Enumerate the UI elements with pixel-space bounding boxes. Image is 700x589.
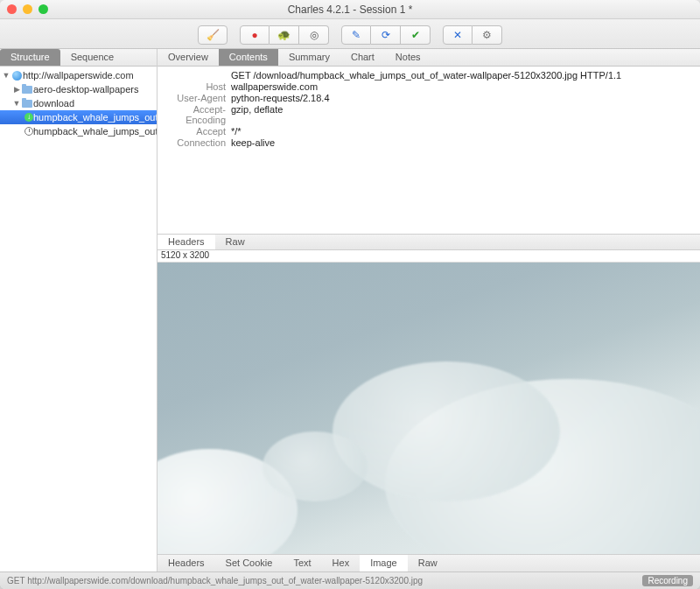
titlebar: Charles 4.2.1 - Session 1 * xyxy=(0,0,700,19)
tree-folder-download[interactable]: ▼ download xyxy=(0,96,157,110)
turtle-icon: 🐢 xyxy=(277,29,290,41)
tab-structure[interactable]: Structure xyxy=(0,49,60,66)
resptab-image[interactable]: Image xyxy=(360,555,408,571)
folder-icon xyxy=(22,100,32,108)
tree-item-selected[interactable]: ↓ humpback_whale_jumps_out_of_ xyxy=(0,110,157,124)
check-icon: ✔ xyxy=(411,29,420,41)
tab-chart[interactable]: Chart xyxy=(340,49,385,66)
record-button[interactable]: ● xyxy=(240,25,270,45)
chevron-down-icon[interactable]: ▼ xyxy=(12,99,21,108)
resptab-text[interactable]: Text xyxy=(283,555,321,571)
cloud-shape xyxy=(262,431,368,501)
cloud-shape xyxy=(332,361,560,501)
response-subtabs: Headers Set Cookie Text Hex Image Raw xyxy=(158,554,700,571)
tab-summary[interactable]: Summary xyxy=(278,49,340,66)
header-val: */* xyxy=(231,126,242,137)
tree-host-label: http://wallpaperswide.com xyxy=(23,70,134,81)
resptab-headers[interactable]: Headers xyxy=(158,555,215,571)
close-icon[interactable] xyxy=(7,4,17,14)
header-val: python-requests/2.18.4 xyxy=(231,93,330,103)
resptab-hex[interactable]: Hex xyxy=(322,555,360,571)
compose-button[interactable]: ✎ xyxy=(341,25,371,45)
structure-tree[interactable]: ▼ http://wallpaperswide.com ▶ aero-deskt… xyxy=(0,67,157,571)
tree-folder-label: download xyxy=(33,98,74,109)
header-key: User-Agent xyxy=(163,93,231,103)
broom-icon: 🧹 xyxy=(206,29,220,41)
header-val: keep-alive xyxy=(231,137,275,148)
globe-icon xyxy=(12,71,22,81)
tree-item-pending[interactable]: humpback_whale_jumps_out_of_wat xyxy=(0,124,157,138)
request-headers[interactable]: GET /download/humpback_whale_jumps_out_o… xyxy=(158,67,700,234)
download-icon: ↓ xyxy=(24,113,33,122)
tree-folder-aero[interactable]: ▶ aero-desktop-wallpapers xyxy=(0,82,157,96)
tree-host[interactable]: ▼ http://wallpaperswide.com xyxy=(0,68,157,82)
tools-group: ✕ ⚙ xyxy=(443,25,502,45)
request-subtabs: Headers Raw xyxy=(158,234,700,249)
record-icon: ● xyxy=(251,29,257,41)
sidebar: Structure Sequence ▼ http://wallpaperswi… xyxy=(0,49,158,571)
app-window: Charles 4.2.1 - Session 1 * 🧹 ● 🐢 ◎ ✎ ⟳ … xyxy=(0,0,700,589)
repeat-button[interactable]: ⟳ xyxy=(371,25,401,45)
tab-notes[interactable]: Notes xyxy=(385,49,431,66)
clock-icon xyxy=(24,127,33,136)
resptab-raw[interactable]: Raw xyxy=(408,555,448,571)
window-controls xyxy=(7,4,48,14)
tab-overview[interactable]: Overview xyxy=(158,49,219,66)
record-group: ● 🐢 ◎ xyxy=(240,25,329,45)
image-dimensions: 5120 x 3200 xyxy=(158,250,700,263)
image-preview[interactable] xyxy=(158,263,700,554)
repeat-icon: ⟳ xyxy=(382,29,390,41)
tools-icon: ✕ xyxy=(453,29,462,41)
main-panel: Overview Contents Summary Chart Notes GE… xyxy=(158,49,700,571)
gear-icon: ⚙ xyxy=(482,29,492,41)
zoom-icon[interactable] xyxy=(38,4,48,14)
tools-button[interactable]: ✕ xyxy=(443,25,472,45)
header-key: Host xyxy=(163,81,231,92)
header-key: Accept-Encoding xyxy=(163,104,231,125)
recording-badge[interactable]: Recording xyxy=(642,575,693,586)
header-key: Accept xyxy=(163,126,231,137)
settings-button[interactable]: ⚙ xyxy=(472,25,502,45)
breakpoint-icon: ◎ xyxy=(310,29,318,41)
folder-icon xyxy=(22,86,32,94)
tab-sequence[interactable]: Sequence xyxy=(60,49,125,66)
minimize-icon[interactable] xyxy=(23,4,32,14)
chevron-right-icon[interactable]: ▶ xyxy=(12,85,21,94)
statusbar: GET http://wallpaperswide.com/download/h… xyxy=(0,571,700,589)
tree-item-label: humpback_whale_jumps_out_of_wat xyxy=(33,126,157,137)
validate-button[interactable]: ✔ xyxy=(401,25,430,45)
throttle-button[interactable]: 🐢 xyxy=(270,25,299,45)
pencil-icon: ✎ xyxy=(352,29,360,41)
body: Structure Sequence ▼ http://wallpaperswi… xyxy=(0,49,700,571)
edit-group: ✎ ⟳ ✔ xyxy=(341,25,430,45)
resptab-setcookie[interactable]: Set Cookie xyxy=(215,555,284,571)
subtab-raw[interactable]: Raw xyxy=(215,235,256,249)
tree-folder-label: aero-desktop-wallpapers xyxy=(33,84,138,95)
status-text: GET http://wallpaperswide.com/download/h… xyxy=(7,576,423,585)
breakpoints-button[interactable]: ◎ xyxy=(299,25,329,45)
header-val: gzip, deflate xyxy=(231,104,283,125)
clear-button[interactable]: 🧹 xyxy=(198,25,228,45)
request-pane: GET /download/humpback_whale_jumps_out_o… xyxy=(158,67,700,250)
request-line: GET /download/humpback_whale_jumps_out_o… xyxy=(231,70,621,81)
tree-item-label: humpback_whale_jumps_out_of_ xyxy=(33,112,157,123)
toolbar: 🧹 ● 🐢 ◎ ✎ ⟳ ✔ ✕ ⚙ xyxy=(0,19,700,49)
subtab-headers[interactable]: Headers xyxy=(158,235,215,249)
header-val: wallpaperswide.com xyxy=(231,81,318,92)
window-title: Charles 4.2.1 - Session 1 * xyxy=(0,4,700,16)
main-tabs: Overview Contents Summary Chart Notes xyxy=(158,49,700,67)
sidebar-tabs: Structure Sequence xyxy=(0,49,157,67)
header-key: Connection xyxy=(163,137,231,148)
chevron-down-icon[interactable]: ▼ xyxy=(2,71,10,80)
tab-contents[interactable]: Contents xyxy=(219,49,278,66)
